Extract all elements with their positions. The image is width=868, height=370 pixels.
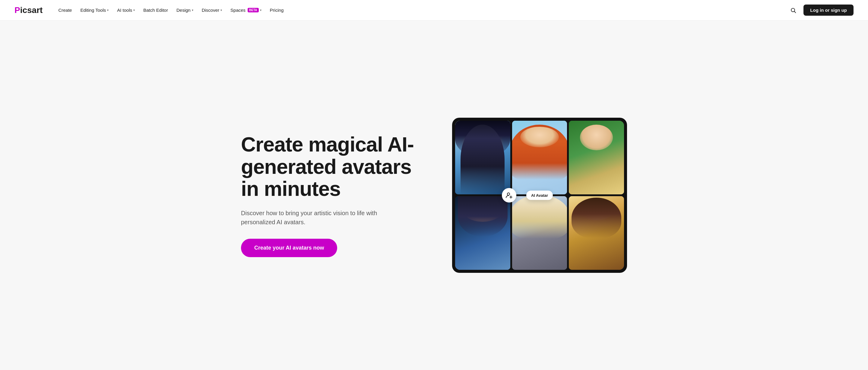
nav-item-pricing[interactable]: Pricing (266, 5, 287, 15)
avatar-cell-2 (512, 121, 567, 194)
avatar-cell-1 (455, 121, 510, 194)
login-button[interactable]: Log in or sign up (803, 4, 854, 16)
hero-image: AI Avatar (452, 118, 627, 273)
nav-right: Log in or sign up (788, 4, 854, 16)
avatar-hair-1 (455, 121, 510, 158)
nav-item-spaces[interactable]: Spaces BETA ▾ (227, 5, 265, 15)
hero-text: Create magical AI-generated avatars in m… (241, 133, 422, 257)
search-icon (790, 7, 796, 13)
hero-section: Create magical AI-generated avatars in m… (217, 21, 651, 370)
svg-line-1 (795, 11, 796, 13)
avatar-cell-4 (455, 196, 510, 270)
avatar-hair-4 (458, 196, 507, 237)
avatar-cell-6 (569, 196, 624, 270)
chevron-down-icon: ▾ (260, 8, 261, 12)
beta-badge: BETA (248, 8, 258, 12)
nav-item-design[interactable]: Design ▾ (173, 5, 197, 15)
avatar-hair-5 (512, 196, 567, 239)
avatar-figure-3 (569, 121, 624, 194)
add-avatar-icon (505, 192, 513, 199)
chevron-down-icon: ▾ (220, 8, 222, 12)
chevron-down-icon: ▾ (107, 8, 108, 12)
avatar-hair-6 (571, 198, 621, 238)
navbar: Picsart Create Editing Tools ▾ AI tools … (0, 0, 868, 21)
nav-item-editing-tools[interactable]: Editing Tools ▾ (76, 5, 112, 15)
logo[interactable]: Picsart (14, 5, 42, 15)
avatar-icon-bubble (502, 188, 516, 202)
avatar-cell-5 (512, 196, 567, 270)
chevron-down-icon: ▾ (192, 8, 193, 12)
avatar-figure-1 (455, 121, 510, 194)
avatar-figure-2 (512, 121, 567, 194)
search-button[interactable] (788, 5, 799, 16)
avatar-grid-wrapper: AI Avatar (455, 121, 624, 269)
avatar-bg-4 (455, 196, 510, 270)
svg-point-2 (507, 193, 510, 195)
avatar-container: AI Avatar (452, 118, 627, 273)
cta-button[interactable]: Create your AI avatars now (241, 239, 337, 257)
chevron-down-icon: ▾ (133, 8, 135, 12)
hero-title: Create magical AI-generated avatars in m… (241, 133, 422, 200)
nav-items: Create Editing Tools ▾ AI tools ▾ Batch … (55, 5, 788, 15)
nav-item-ai-tools[interactable]: AI tools ▾ (114, 5, 138, 15)
avatar-cell-3 (569, 121, 624, 194)
hero-subtitle: Discover how to bring your artistic visi… (241, 208, 386, 227)
nav-item-batch-editor[interactable]: Batch Editor (140, 5, 172, 15)
ai-label-text: AI Avatar (531, 193, 548, 198)
nav-item-create[interactable]: Create (55, 5, 75, 15)
ai-label-bubble: AI Avatar (526, 191, 553, 200)
nav-item-discover[interactable]: Discover ▾ (198, 5, 226, 15)
